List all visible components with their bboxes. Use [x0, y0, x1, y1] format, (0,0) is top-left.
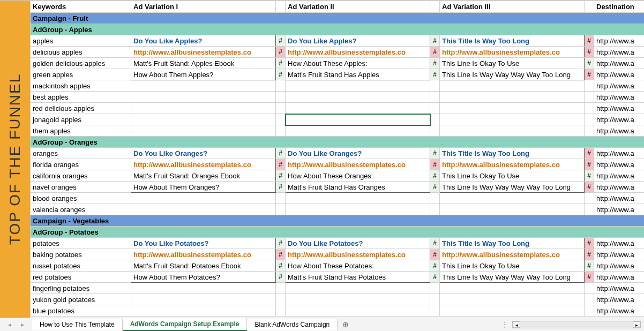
dest-cell[interactable]: http://www.a	[594, 182, 645, 193]
ad-cell[interactable]	[131, 283, 276, 294]
keyword-cell[interactable]: russet potatoes	[31, 260, 131, 272]
ad-cell[interactable]	[131, 305, 276, 317]
ad-cell[interactable]: This Line Is Way Way Way Way Too Long	[440, 182, 585, 193]
ad-cell[interactable]	[440, 204, 585, 215]
dest-cell[interactable]: http://www.a	[594, 294, 645, 305]
ad-cell[interactable]: http://www.allbusinesstemplates.co	[286, 159, 430, 170]
keyword-cell[interactable]: them apples	[31, 125, 131, 137]
keyword-cell[interactable]: valencia oranges	[31, 204, 131, 215]
ad-cell[interactable]	[286, 125, 430, 137]
ad-cell[interactable]	[131, 92, 276, 103]
keyword-cell[interactable]: potatoes	[31, 238, 131, 249]
ad-cell[interactable]	[440, 92, 585, 103]
dest-cell[interactable]: http://www.a	[594, 238, 645, 249]
ad-cell[interactable]	[131, 125, 276, 137]
tab-howto[interactable]: How to Use This Template	[32, 319, 123, 330]
adgroup-row-label[interactable]: AdGroup - Apples	[31, 24, 645, 35]
ad-cell[interactable]: Do You Like Apples?	[131, 35, 276, 47]
ad-cell[interactable]	[131, 103, 276, 114]
keyword-cell[interactable]: red delicious apples	[31, 103, 131, 114]
tab-blank[interactable]: Blank AdWords Campaign	[247, 319, 338, 330]
ad-cell[interactable]	[440, 103, 585, 114]
ad-cell[interactable]	[286, 294, 430, 305]
dest-cell[interactable]: http://www.a	[594, 58, 645, 69]
ad-cell[interactable]	[286, 114, 430, 125]
keyword-cell[interactable]: florida oranges	[31, 159, 131, 170]
tab-example[interactable]: AdWords Campaign Setup Example	[123, 318, 248, 331]
ad-cell[interactable]: This Title Is Way Too Long	[440, 35, 585, 47]
dest-cell[interactable]: http://www.a	[594, 114, 645, 125]
ad-cell[interactable]	[440, 125, 585, 137]
ad-cell[interactable]: http://www.allbusinesstemplates.co	[131, 47, 276, 58]
ad-cell[interactable]: Do You Like Potatoes?	[286, 238, 430, 249]
keyword-cell[interactable]: delicious apples	[31, 47, 131, 58]
ad-cell[interactable]	[131, 114, 276, 125]
header-dest[interactable]: Destination	[594, 1, 645, 13]
ad-cell[interactable]: This Line Is Okay To Use	[440, 170, 585, 182]
ad-cell[interactable]: How About These Potatoes:	[286, 260, 430, 272]
tab-nav-arrows[interactable]: ◂▸	[0, 321, 32, 328]
ad-cell[interactable]: http://www.allbusinesstemplates.co	[131, 249, 276, 260]
ad-cell[interactable]	[286, 204, 430, 215]
keyword-cell[interactable]: mackintosh apples	[31, 80, 131, 92]
keyword-cell[interactable]: oranges	[31, 148, 131, 159]
ad-cell[interactable]: Do You Like Oranges?	[131, 148, 276, 159]
header-ad3[interactable]: Ad Variation III	[440, 1, 585, 13]
ad-cell[interactable]: This Line Is Way Way Way Way Too Long	[440, 272, 585, 283]
ad-cell[interactable]: How About Them Oranges?	[131, 182, 276, 193]
dest-cell[interactable]: http://www.a	[594, 204, 645, 215]
ad-cell[interactable]	[286, 193, 430, 204]
ad-cell[interactable]	[286, 92, 430, 103]
ad-cell[interactable]: http://www.allbusinesstemplates.co	[440, 47, 585, 58]
dest-cell[interactable]: http://www.a	[594, 272, 645, 283]
dest-cell[interactable]: http://www.a	[594, 249, 645, 260]
ad-cell[interactable]: Matt's Fruit Stand Has Potatoes	[286, 272, 430, 283]
campaign-row-label[interactable]: Campaign - Fruit	[31, 13, 645, 24]
ad-cell[interactable]	[440, 305, 585, 317]
ad-cell[interactable]	[286, 103, 430, 114]
add-sheet-button[interactable]: ⊕	[338, 320, 354, 329]
ad-cell[interactable]	[440, 114, 585, 125]
keyword-cell[interactable]: green apples	[31, 69, 131, 80]
scroll-right-icon[interactable]: ▸	[633, 321, 640, 328]
keyword-cell[interactable]: jonagold apples	[31, 114, 131, 125]
ad-cell[interactable]: This Line Is Okay To Use	[440, 58, 585, 69]
keyword-cell[interactable]: fingerling potatoes	[31, 283, 131, 294]
ad-cell[interactable]	[286, 305, 430, 317]
scroll-left-icon[interactable]: ◂	[513, 321, 520, 328]
dest-cell[interactable]: http://www.a	[594, 103, 645, 114]
horizontal-scrollbar[interactable]: ◂ ▸	[512, 321, 641, 328]
dest-cell[interactable]: http://www.a	[594, 170, 645, 182]
ad-cell[interactable]	[286, 80, 430, 92]
dest-cell[interactable]: http://www.a	[594, 305, 645, 317]
ad-cell[interactable]	[440, 283, 585, 294]
dest-cell[interactable]: http://www.a	[594, 35, 645, 47]
ad-cell[interactable]: Do You Like Apples?	[286, 35, 430, 47]
dest-cell[interactable]: http://www.a	[594, 125, 645, 137]
dest-cell[interactable]: http://www.a	[594, 148, 645, 159]
keyword-cell[interactable]: apples	[31, 35, 131, 47]
ad-cell[interactable]: http://www.allbusinesstemplates.co	[440, 159, 585, 170]
dest-cell[interactable]: http://www.a	[594, 92, 645, 103]
header-ad2[interactable]: Ad Variation II	[286, 1, 430, 13]
ad-cell[interactable]: How About Them Potatoes?	[131, 272, 276, 283]
campaign-row-label[interactable]: Campaign - Vegetables	[31, 215, 645, 227]
dest-cell[interactable]: http://www.a	[594, 80, 645, 92]
dest-cell[interactable]: http://www.a	[594, 193, 645, 204]
dest-cell[interactable]: http://www.a	[594, 47, 645, 58]
dest-cell[interactable]: http://www.a	[594, 283, 645, 294]
ad-cell[interactable]: This Line Is Okay To Use	[440, 260, 585, 272]
ad-cell[interactable]: How About These Apples:	[286, 58, 430, 69]
ad-cell[interactable]	[131, 294, 276, 305]
ad-cell[interactable]: Do You Like Potatoes?	[131, 238, 276, 249]
keyword-cell[interactable]: blood oranges	[31, 193, 131, 204]
keyword-cell[interactable]: yukon gold potatoes	[31, 294, 131, 305]
ad-cell[interactable]: http://www.allbusinesstemplates.co	[286, 249, 430, 260]
ad-cell[interactable]: http://www.allbusinesstemplates.co	[440, 249, 585, 260]
ad-cell[interactable]	[131, 204, 276, 215]
ad-cell[interactable]: http://www.allbusinesstemplates.co	[131, 159, 276, 170]
ad-cell[interactable]: This Line Is Way Way Way Way Too Long	[440, 69, 585, 80]
ad-cell[interactable]: This Title Is Way Too Long	[440, 238, 585, 249]
ad-cell[interactable]	[286, 283, 430, 294]
header-keywords[interactable]: Keywords	[31, 1, 131, 13]
